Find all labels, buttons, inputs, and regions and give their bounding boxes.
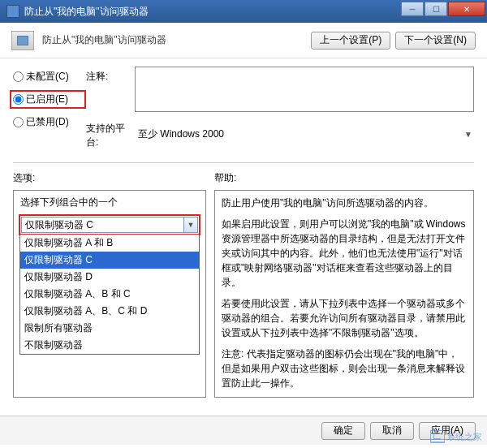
dropdown-item[interactable]: 仅限制驱动器 A、B 和 C <box>20 286 199 303</box>
dialog-title: 防止从"我的电脑"访问驱动器 <box>42 33 311 47</box>
watermark-text: 系统之家 <box>446 431 482 443</box>
options-panel: 选择下列组合中的一个 仅限制驱动器 C ▼ 仅限制驱动器 A 和 B 仅限制驱动… <box>13 190 206 398</box>
combo-label: 选择下列组合中的一个 <box>20 196 199 209</box>
dialog-content: 未配置(C) 已启用(E) 已禁用(D) 注释: 支持的平台: 至少 Windo… <box>0 58 487 406</box>
help-paragraph: 若要使用此设置，请从下拉列表中选择一个驱动器或多个驱动器的组合。若要允许访问所有… <box>222 296 467 340</box>
next-setting-button[interactable]: 下一个设置(N) <box>395 32 476 50</box>
divider <box>13 162 474 163</box>
comment-textarea[interactable] <box>135 67 474 112</box>
combo-highlight: 仅限制驱动器 C ▼ <box>19 214 200 235</box>
window-title: 防止从"我的电脑"访问驱动器 <box>24 5 149 19</box>
window-titlebar: 防止从"我的电脑"访问驱动器 ─ ☐ ✕ <box>0 0 487 23</box>
help-paragraph: 防止用户使用"我的电脑"访问所选驱动器的内容。 <box>222 196 467 210</box>
dropdown-item[interactable]: 仅限制驱动器 A、B、C 和 D <box>20 303 199 320</box>
window-icon <box>6 5 19 18</box>
dropdown-item[interactable]: 仅限制驱动器 C <box>20 252 199 269</box>
dropdown-item[interactable]: 限制所有驱动器 <box>20 320 199 337</box>
state-radio-group: 未配置(C) 已启用(E) 已禁用(D) <box>13 67 86 129</box>
help-section-label: 帮助: <box>214 171 236 185</box>
drive-restriction-combo[interactable]: 仅限制驱动器 C ▼ <box>21 217 198 233</box>
platform-expand-icon[interactable]: ▼ <box>464 130 472 139</box>
chevron-down-icon[interactable]: ▼ <box>183 218 197 232</box>
radio-not-configured-input[interactable] <box>13 71 24 82</box>
help-paragraph: 同时，此设置不会防止用户使用程序来访问本地驱动器和网络驱动器。也不会防止他们使用… <box>222 397 467 398</box>
watermark: 系统之家 <box>430 430 482 443</box>
radio-disabled-input[interactable] <box>13 117 24 127</box>
window-controls: ─ ☐ ✕ <box>400 2 485 16</box>
minimize-button[interactable]: ─ <box>401 2 424 16</box>
watermark-icon <box>430 430 445 443</box>
ok-button[interactable]: 确定 <box>321 422 365 440</box>
dropdown-item[interactable]: 仅限制驱动器 A 和 B <box>20 235 199 252</box>
help-paragraph: 注意: 代表指定驱动器的图标仍会出现在"我的电脑"中，但是如果用户双击这些图标，… <box>222 347 467 390</box>
radio-disabled-label: 已禁用(D) <box>26 115 69 129</box>
help-paragraph: 如果启用此设置，则用户可以浏览"我的电脑"或 Windows 资源管理器中所选驱… <box>222 217 467 290</box>
radio-enabled-input[interactable] <box>13 94 24 105</box>
platform-value: 至少 Windows 2000 <box>138 127 224 141</box>
dropdown-item[interactable]: 仅限制驱动器 D <box>20 269 199 286</box>
combo-selected-value: 仅限制驱动器 C <box>25 218 93 232</box>
radio-enabled-label: 已启用(E) <box>26 93 68 106</box>
dialog-footer: 确定 取消 应用(A) <box>0 416 487 445</box>
close-button[interactable]: ✕ <box>448 2 485 16</box>
policy-icon <box>11 31 34 50</box>
options-section-label: 选项: <box>13 171 214 185</box>
help-panel[interactable]: 防止用户使用"我的电脑"访问所选驱动器的内容。 如果启用此设置，则用户可以浏览"… <box>214 190 474 398</box>
platform-label: 支持的平台: <box>86 118 135 149</box>
radio-not-configured[interactable]: 未配置(C) <box>13 70 86 84</box>
radio-disabled[interactable]: 已禁用(D) <box>13 115 86 129</box>
combo-dropdown: 仅限制驱动器 A 和 B 仅限制驱动器 C 仅限制驱动器 D 仅限制驱动器 A、… <box>19 235 200 355</box>
cancel-button[interactable]: 取消 <box>370 422 414 440</box>
radio-not-configured-label: 未配置(C) <box>26 70 69 84</box>
radio-enabled[interactable]: 已启用(E) <box>10 90 86 109</box>
maximize-button[interactable]: ☐ <box>425 2 447 16</box>
comment-label: 注释: <box>86 67 135 84</box>
dialog-header: 防止从"我的电脑"访问驱动器 上一个设置(P) 下一个设置(N) <box>0 23 487 58</box>
dropdown-item[interactable]: 不限制驱动器 <box>20 337 199 354</box>
previous-setting-button[interactable]: 上一个设置(P) <box>311 32 390 50</box>
